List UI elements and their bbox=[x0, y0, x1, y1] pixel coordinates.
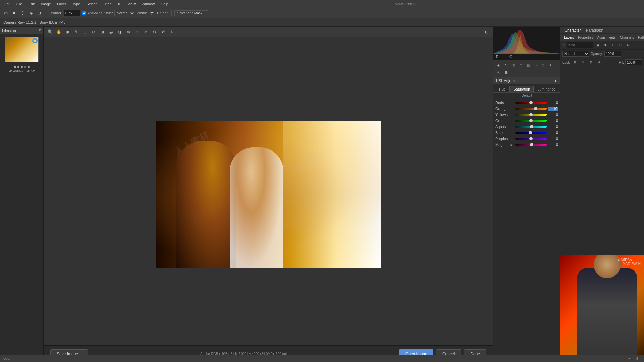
purples-slider[interactable] bbox=[515, 138, 547, 140]
cr-hand-tool[interactable]: ✋ bbox=[55, 28, 62, 36]
presets-icon[interactable]: ☰ bbox=[503, 69, 509, 76]
purples-label: Purples bbox=[495, 137, 514, 141]
cr-crop-tool[interactable]: ⊡ bbox=[81, 28, 89, 36]
reds-thumb[interactable] bbox=[529, 101, 533, 104]
tone-curve-icon[interactable]: 〜 bbox=[503, 62, 509, 68]
opacity-input[interactable] bbox=[604, 51, 621, 57]
cr-spot-tool[interactable]: ◎ bbox=[107, 28, 115, 36]
sliders-area: Reds 0 Oranges +10 Yellows 0 bbox=[493, 98, 560, 362]
lock-pixel-icon[interactable]: ⊡ bbox=[588, 59, 595, 66]
menu-ps[interactable]: PS bbox=[3, 1, 13, 7]
subtab-channels[interactable]: Channels bbox=[619, 35, 635, 40]
hsl-collapse-icon[interactable]: ▼ bbox=[554, 79, 557, 83]
oranges-thumb[interactable] bbox=[534, 107, 537, 110]
swap-icon[interactable]: ⇄ bbox=[148, 9, 156, 17]
menu-filter[interactable]: Filter bbox=[100, 1, 113, 7]
cr-adj-brush[interactable]: ⊛ bbox=[125, 28, 132, 36]
filmstrip-thumbnail[interactable]: ⭐ bbox=[5, 37, 39, 62]
fill-input[interactable] bbox=[625, 59, 642, 65]
yellows-slider[interactable] bbox=[515, 114, 547, 116]
calibration-icon[interactable]: ◎ bbox=[495, 69, 502, 76]
menu-image[interactable]: Image bbox=[38, 1, 54, 7]
aquas-slider[interactable] bbox=[515, 126, 547, 128]
thumb-badge: ⭐ bbox=[32, 38, 38, 43]
magentas-slider[interactable] bbox=[515, 144, 547, 146]
delete-layer-icon[interactable]: 🗑 bbox=[634, 355, 641, 362]
select-mask-button[interactable]: Select and Mask... bbox=[174, 10, 208, 16]
lock-art-icon[interactable]: ⊕ bbox=[596, 59, 603, 66]
tool-icon-5[interactable]: ⊡ bbox=[36, 9, 43, 17]
tool-icon-3[interactable]: ⬡ bbox=[19, 9, 26, 17]
menu-layer[interactable]: Layer bbox=[54, 1, 69, 7]
default-link[interactable]: Default bbox=[493, 93, 560, 98]
cr-redeye-tool[interactable]: ◑ bbox=[116, 28, 123, 36]
menu-file[interactable]: File bbox=[14, 1, 25, 7]
cr-straighten-tool[interactable]: ⊙ bbox=[90, 28, 97, 36]
tool-icon-rect[interactable]: ▭ bbox=[2, 9, 9, 17]
greens-slider[interactable] bbox=[515, 120, 547, 122]
greens-thumb[interactable] bbox=[529, 119, 533, 122]
purples-row: Purples 0 bbox=[493, 136, 560, 142]
menu-3d[interactable]: 3D bbox=[114, 1, 124, 7]
subtab-adjustments[interactable]: Adjustments bbox=[596, 35, 617, 40]
subtab-properties[interactable]: Properties bbox=[577, 35, 595, 40]
hsl-icon[interactable]: ≡ bbox=[518, 62, 524, 68]
tab-luminance[interactable]: Luminance bbox=[534, 86, 559, 92]
menu-type[interactable]: Type bbox=[70, 1, 83, 7]
feather-input[interactable] bbox=[64, 10, 80, 16]
menu-help[interactable]: Help bbox=[158, 1, 171, 7]
cr-radial-filter[interactable]: ○ bbox=[142, 28, 150, 36]
subtab-layers[interactable]: Layers bbox=[562, 35, 575, 40]
detail-icon[interactable]: ⊞ bbox=[510, 62, 517, 68]
adj-layer-icon[interactable]: ◑ bbox=[602, 42, 609, 48]
tool-icon-square[interactable]: ■ bbox=[10, 9, 18, 17]
menu-select[interactable]: Select bbox=[84, 1, 99, 7]
shape-layer-icon[interactable]: ⬡ bbox=[617, 42, 624, 48]
menu-window[interactable]: Window bbox=[139, 1, 157, 7]
tool-icon-4[interactable]: ◈ bbox=[27, 9, 35, 17]
split-tone-icon[interactable]: ▦ bbox=[525, 62, 532, 68]
subtab-paths[interactable]: Paths bbox=[637, 35, 644, 40]
cr-color-tool[interactable]: ✎ bbox=[72, 28, 80, 36]
cr-grad-filter[interactable]: ≡ bbox=[133, 28, 141, 36]
transform-icon[interactable]: ⊡ bbox=[540, 62, 546, 68]
smart-obj-icon[interactable]: ◈ bbox=[624, 42, 631, 48]
lock-pos-icon[interactable]: ✎ bbox=[580, 59, 587, 66]
cr-prev[interactable]: ↺ bbox=[160, 28, 167, 36]
kind-input[interactable] bbox=[567, 42, 593, 48]
anti-alias-checkbox[interactable] bbox=[82, 11, 86, 15]
wedding-photo: 人人素材 RRCG 人人素材 RRCG 人人素材 bbox=[156, 121, 381, 268]
text-layer-icon[interactable]: T bbox=[609, 42, 616, 48]
lock-all-icon[interactable]: ⊞ bbox=[572, 59, 579, 66]
cr-zoom-tool[interactable]: 🔍 bbox=[46, 28, 54, 36]
blues-thumb[interactable] bbox=[529, 131, 532, 134]
cr-next[interactable]: ↻ bbox=[168, 28, 176, 36]
style-select[interactable]: Normal bbox=[114, 10, 135, 16]
yellows-thumb[interactable] bbox=[529, 113, 533, 116]
cr-prefs[interactable]: ⚙ bbox=[151, 28, 158, 36]
char-panel-tabs: Character Paragraph bbox=[560, 27, 644, 33]
add-layer-icon[interactable]: + bbox=[626, 355, 633, 362]
blend-mode-select[interactable]: Normal bbox=[562, 51, 589, 57]
menu-edit[interactable]: Edit bbox=[25, 1, 37, 7]
cr-wb-tool[interactable]: ▣ bbox=[64, 28, 71, 36]
effects-icon[interactable]: ✦ bbox=[547, 62, 554, 68]
aquas-thumb[interactable] bbox=[530, 125, 533, 128]
magentas-thumb[interactable] bbox=[530, 143, 533, 146]
cr-transform-tool[interactable]: ⊞ bbox=[99, 28, 106, 36]
tab-paragraph[interactable]: Paragraph bbox=[584, 28, 605, 33]
basic-icon[interactable]: ◈ bbox=[495, 62, 502, 68]
tab-saturation[interactable]: Saturation bbox=[509, 86, 534, 92]
aquas-row: Aquas 0 bbox=[493, 124, 560, 130]
reds-slider[interactable] bbox=[515, 102, 547, 104]
cr-fullscreen[interactable]: ⊡ bbox=[483, 28, 490, 36]
blues-slider[interactable] bbox=[515, 132, 547, 134]
tab-hue[interactable]: Hue bbox=[495, 86, 509, 92]
lens-icon[interactable]: ○ bbox=[532, 62, 539, 68]
tab-character[interactable]: Character bbox=[562, 28, 583, 33]
oranges-slider[interactable] bbox=[515, 108, 547, 110]
pixel-layer-icon[interactable]: ▣ bbox=[595, 42, 601, 48]
purples-thumb[interactable] bbox=[529, 137, 533, 140]
menu-view[interactable]: View bbox=[125, 1, 138, 7]
filmstrip-close-icon[interactable]: ✕ bbox=[38, 28, 41, 33]
